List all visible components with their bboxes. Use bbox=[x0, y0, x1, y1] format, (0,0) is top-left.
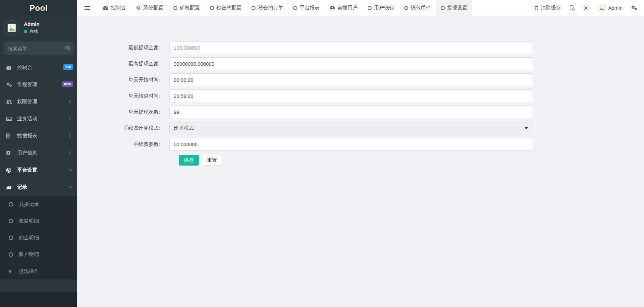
sidebar-item-permissions[interactable]: 权限管理 bbox=[0, 93, 77, 110]
tab-label: 秒合约订单 bbox=[258, 5, 283, 11]
field-label: 每天提现次数: bbox=[77, 109, 169, 115]
form-row-end-time: 每天结束时间: bbox=[77, 89, 644, 102]
clear-cache-button[interactable]: 清除缓存 bbox=[534, 5, 561, 11]
sidebar-search-input[interactable] bbox=[4, 42, 73, 55]
submenu-item-label: 提现操作 bbox=[19, 268, 39, 274]
circle-o-icon bbox=[368, 6, 372, 10]
fee-mode-select[interactable]: 比率模式 bbox=[169, 122, 533, 134]
search-icon[interactable] bbox=[65, 46, 70, 51]
submenu-item-label: 收益明细 bbox=[19, 218, 39, 224]
cogs-icon bbox=[6, 82, 14, 87]
save-button[interactable]: 保存 bbox=[179, 155, 199, 166]
settings-cogs-icon[interactable] bbox=[631, 5, 637, 10]
circle-o-icon bbox=[9, 236, 16, 240]
sidebar-item-platform-settings[interactable]: 平台设置 bbox=[0, 162, 77, 179]
sidebar-item-user-info[interactable]: 用户信息 bbox=[0, 144, 77, 162]
daily-withdraw-count-input[interactable] bbox=[169, 106, 533, 118]
chevron-left-icon bbox=[69, 100, 72, 104]
fullscreen-icon[interactable] bbox=[584, 5, 589, 10]
sidebar-item-label: 数据报表 bbox=[17, 133, 37, 139]
form-row-max-withdraw: 最高提现金额: bbox=[77, 57, 644, 70]
bullseye-icon bbox=[6, 168, 14, 173]
tab-label: 控制台 bbox=[111, 5, 126, 11]
circle-o-icon bbox=[252, 6, 256, 10]
sidebar-item-general[interactable]: 常规管理 new bbox=[0, 76, 77, 93]
daily-start-time-input[interactable] bbox=[169, 73, 533, 86]
brand-logo: Pool bbox=[0, 0, 77, 16]
user-name: Admin bbox=[24, 21, 40, 27]
address-book-icon bbox=[6, 150, 14, 156]
tab-miner-config[interactable]: 矿机配置 bbox=[168, 0, 205, 16]
circle-o-icon bbox=[9, 202, 16, 206]
chevron-left-icon bbox=[69, 134, 72, 138]
tab-system-config[interactable]: 系统配置 bbox=[131, 0, 168, 16]
tab-withdraw-settings[interactable]: 提现设置 bbox=[436, 0, 472, 16]
tab-wallet-currencies[interactable]: 钱包币种 bbox=[399, 0, 436, 16]
sidebar-item-business[interactable]: 业务活动 bbox=[0, 110, 77, 127]
tab-label: 钱包币种 bbox=[411, 5, 431, 11]
field-label: 每天开始时间: bbox=[77, 77, 169, 83]
tab-label: 用户钱包 bbox=[374, 5, 394, 11]
tab-label: 平台报表 bbox=[300, 5, 320, 11]
menu-toggle-icon[interactable] bbox=[77, 6, 98, 10]
app-layout: Pool Admin 在线 bbox=[0, 0, 644, 307]
max-withdraw-input[interactable] bbox=[169, 57, 533, 70]
caret-down-icon bbox=[525, 127, 528, 129]
file-search-icon[interactable] bbox=[570, 5, 575, 11]
tab-frontend-users[interactable]: 前端用户 bbox=[325, 0, 363, 16]
top-navbar: 控制台 系统配置 矿机配置 秒合约配置 bbox=[77, 0, 644, 16]
tab-platform-reports[interactable]: 平台报表 bbox=[288, 0, 325, 16]
tab-dashboard[interactable]: 控制台 bbox=[98, 0, 131, 16]
sidebar-item-records[interactable]: 记录 bbox=[0, 179, 77, 196]
submenu-item-income-details[interactable]: 收益明细 bbox=[0, 212, 77, 229]
min-withdraw-input[interactable] bbox=[169, 41, 533, 54]
sidebar-footer bbox=[0, 292, 77, 307]
daily-end-time-input[interactable] bbox=[169, 89, 533, 102]
newspaper-icon bbox=[6, 117, 14, 121]
new-badge: new bbox=[62, 81, 73, 87]
sidebar-item-dashboard[interactable]: 控制台 hot bbox=[0, 59, 77, 76]
submenu-item-withdraw-actions[interactable]: ¥ 提现操作 bbox=[0, 263, 77, 280]
sidebar-item-label: 用户信息 bbox=[17, 150, 37, 156]
admin-menu[interactable]: Admin bbox=[597, 4, 623, 12]
online-dot-icon bbox=[24, 30, 27, 33]
withdraw-settings-form: 最低提现金额: 最高提现金额: 每天开始时间: 每天结束时间: 每天提现次数: bbox=[77, 16, 644, 307]
form-row-start-time: 每天开始时间: bbox=[77, 73, 644, 86]
submenu-item-account-details[interactable]: 账户明细 bbox=[0, 246, 77, 263]
sidebar-search bbox=[4, 42, 73, 55]
submenu-item-commission-details[interactable]: 佣金明细 bbox=[0, 229, 77, 246]
circle-o-icon bbox=[9, 219, 16, 223]
sidebar-item-label: 平台设置 bbox=[17, 167, 37, 173]
user-panel: Admin 在线 bbox=[4, 19, 73, 36]
chevron-down-icon bbox=[69, 168, 72, 171]
hot-badge: hot bbox=[63, 64, 73, 70]
nav-tabs: 控制台 系统配置 矿机配置 秒合约配置 bbox=[98, 0, 472, 16]
field-label: 手续费计算模式: bbox=[77, 125, 169, 131]
sidebar-item-reports[interactable]: 数据报表 bbox=[0, 127, 77, 144]
submenu-item-exchange-records[interactable]: 兑换记录 bbox=[0, 196, 77, 212]
brand-title: Pool bbox=[30, 3, 48, 13]
form-row-fee-param: 手续费参数: bbox=[77, 138, 644, 150]
circle-o-icon bbox=[441, 6, 445, 10]
form-buttons: 保存 重置 bbox=[179, 155, 644, 166]
submenu-item-label: 佣金明细 bbox=[19, 235, 39, 241]
circle-o-icon bbox=[9, 252, 16, 257]
dashboard-icon bbox=[103, 6, 108, 10]
circle-o-icon bbox=[173, 6, 177, 10]
circle-o-icon bbox=[210, 6, 214, 10]
tab-label: 提现设置 bbox=[447, 5, 467, 11]
avatar bbox=[4, 20, 19, 36]
user-circle-icon bbox=[330, 5, 335, 11]
area-chart-icon bbox=[6, 185, 14, 189]
tab-contract-orders[interactable]: 秒合约订单 bbox=[247, 0, 288, 16]
circle-o-icon bbox=[404, 6, 408, 10]
tab-user-wallets[interactable]: 用户钱包 bbox=[363, 0, 399, 16]
tab-contract-config[interactable]: 秒合约配置 bbox=[205, 0, 247, 16]
reset-button[interactable]: 重置 bbox=[202, 155, 222, 166]
user-meta: Admin 在线 bbox=[24, 21, 40, 35]
form-row-daily-count: 每天提现次数: bbox=[77, 106, 644, 118]
circle-o-icon bbox=[293, 6, 297, 10]
sidebar-item-label: 控制台 bbox=[17, 64, 32, 71]
tab-label: 矿机配置 bbox=[180, 5, 200, 11]
fee-param-input[interactable] bbox=[169, 138, 533, 150]
